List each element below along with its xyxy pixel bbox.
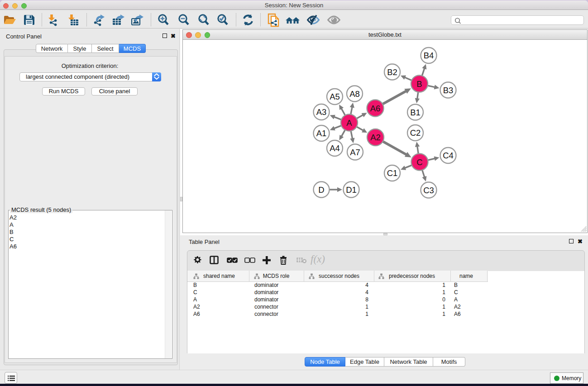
svg-text:B3: B3 bbox=[443, 86, 454, 95]
svg-text:A3: A3 bbox=[316, 107, 327, 117]
svg-text:D: D bbox=[318, 185, 324, 195]
svg-text:B: B bbox=[416, 79, 422, 89]
svg-text:A8: A8 bbox=[349, 89, 360, 99]
svg-text:A7: A7 bbox=[350, 148, 360, 157]
svg-text:A1: A1 bbox=[316, 129, 327, 138]
svg-text:A5: A5 bbox=[330, 92, 340, 101]
svg-text:B1: B1 bbox=[410, 108, 421, 117]
svg-text:C: C bbox=[416, 157, 422, 167]
svg-text:A2: A2 bbox=[370, 133, 381, 142]
svg-text:B2: B2 bbox=[387, 67, 397, 77]
svg-text:A4: A4 bbox=[330, 143, 340, 153]
svg-text:A: A bbox=[346, 118, 352, 128]
svg-text:C3: C3 bbox=[423, 186, 434, 195]
svg-text:C1: C1 bbox=[387, 168, 398, 178]
svg-text:C4: C4 bbox=[443, 151, 454, 160]
svg-text:A6: A6 bbox=[370, 104, 381, 113]
svg-text:D1: D1 bbox=[346, 185, 357, 195]
svg-text:B4: B4 bbox=[424, 51, 434, 60]
svg-text:C2: C2 bbox=[410, 128, 421, 138]
